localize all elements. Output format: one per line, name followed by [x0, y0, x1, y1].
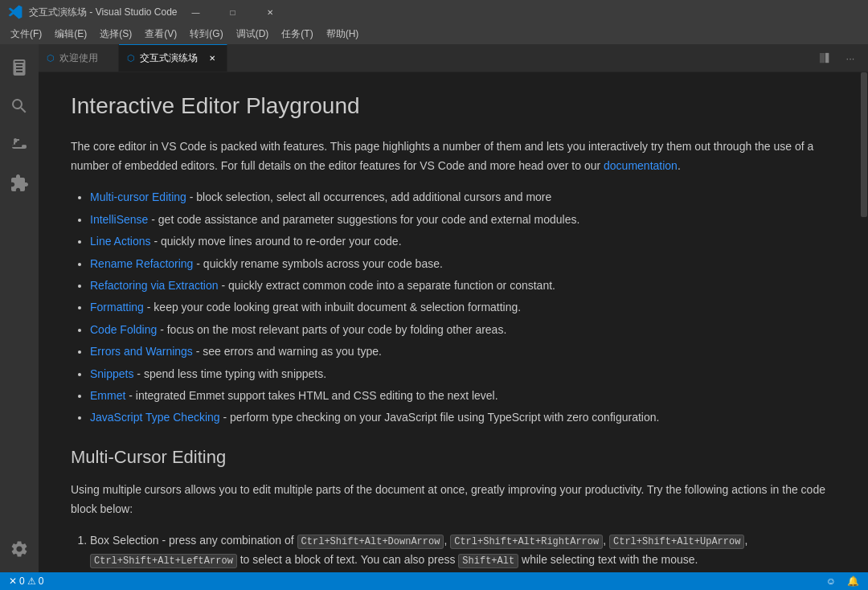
type-checking-link[interactable]: JavaScript Type Checking	[90, 411, 220, 424]
tab-playground-label: 交互式演练场	[140, 51, 198, 65]
activity-extensions[interactable]	[0, 164, 39, 203]
status-bar: ✕ 0 ⚠ 0 ☺ 🔔	[0, 572, 868, 590]
tab-welcome-label: 欢迎使用	[59, 51, 98, 65]
list-item: Line Actions - quickly move lines around…	[90, 232, 828, 250]
emmet-link[interactable]: Emmet	[90, 389, 125, 402]
menu-select[interactable]: 选择(S)	[93, 24, 138, 44]
menu-view[interactable]: 查看(V)	[138, 24, 183, 44]
multi-cursor-section-title: Multi-Cursor Editing	[71, 443, 828, 471]
minimize-button[interactable]: —	[178, 0, 215, 24]
activity-search[interactable]	[0, 87, 39, 125]
refactoring-link[interactable]: Refactoring via Extraction	[90, 279, 219, 292]
editor-area: ⬡ 欢迎使用 ⬡ 交互式演练场 ✕ ··· Interactive Editor…	[39, 44, 868, 572]
tab-welcome-icon: ⬡	[47, 53, 55, 64]
list-item: IntelliSense - get code assistance and p…	[90, 211, 828, 228]
tab-actions: ···	[813, 44, 868, 72]
warning-icon: ⚠	[27, 576, 36, 587]
list-item: Formatting - keep your code looking grea…	[90, 298, 828, 316]
notification-bell[interactable]: 🔔	[845, 576, 862, 587]
menu-file[interactable]: 文件(F)	[4, 24, 48, 44]
multi-cursor-link[interactable]: Multi-cursor Editing	[90, 191, 186, 203]
feature-list: Multi-cursor Editing - block selection, …	[71, 188, 828, 426]
activity-bar	[0, 44, 39, 572]
multi-cursor-desc: Using multiple cursors allows you to edi…	[71, 481, 828, 519]
list-item: Multi-cursor Editing - block selection, …	[90, 188, 828, 206]
status-left: ✕ 0 ⚠ 0	[6, 576, 46, 587]
menu-debug[interactable]: 调试(D)	[230, 24, 276, 44]
list-item: JavaScript Type Checking - perform type …	[90, 408, 828, 426]
documentation-link[interactable]: documentation	[604, 159, 678, 172]
menu-help[interactable]: 帮助(H)	[320, 24, 366, 44]
window-controls: — □ ✕	[178, 0, 289, 24]
page-title: Interactive Editor Playground	[71, 88, 828, 125]
scrollbar-thumb[interactable]	[861, 72, 867, 217]
more-actions-button[interactable]: ···	[839, 47, 862, 69]
list-item: Snippets - spend less time typing with s…	[90, 365, 828, 383]
close-button[interactable]: ✕	[252, 0, 289, 24]
error-icon: ✕	[9, 576, 17, 587]
list-item: Refactoring via Extraction - quickly ext…	[90, 277, 828, 294]
intellisense-link[interactable]: IntelliSense	[90, 213, 148, 226]
list-item: Code Folding - focus on the most relevan…	[90, 321, 828, 338]
intro-paragraph: The core editor in VS Code is packed wit…	[71, 137, 828, 176]
activity-explorer[interactable]	[0, 48, 39, 87]
editor-scrollbar[interactable]	[860, 72, 868, 572]
tab-playground-icon: ⬡	[127, 53, 135, 64]
code-folding-link[interactable]: Code Folding	[90, 323, 157, 336]
list-item: Emmet - integrated Emmet support takes H…	[90, 387, 828, 404]
rename-refactoring-link[interactable]: Rename Refactoring	[90, 257, 193, 270]
smiley-icon: ☺	[826, 576, 836, 587]
error-count[interactable]: ✕ 0 ⚠ 0	[6, 576, 46, 587]
title-text: 交互式演练场 - Visual Studio Code	[29, 6, 178, 19]
activity-settings[interactable]	[0, 530, 39, 568]
tab-close-button[interactable]: ✕	[206, 52, 219, 65]
snippets-link[interactable]: Snippets	[90, 367, 133, 380]
errors-warnings-link[interactable]: Errors and Warnings	[90, 345, 193, 358]
menu-bar: 文件(F) 编辑(E) 选择(S) 查看(V) 转到(G) 调试(D) 任务(T…	[0, 24, 868, 44]
menu-task[interactable]: 任务(T)	[275, 24, 319, 44]
line-actions-link[interactable]: Line Actions	[90, 235, 151, 248]
error-number: 0	[19, 576, 25, 587]
activity-source-control[interactable]	[0, 125, 39, 164]
warning-number: 0	[39, 576, 44, 587]
maximize-button[interactable]: □	[215, 0, 252, 24]
tab-playground[interactable]: ⬡ 交互式演练场 ✕	[119, 44, 227, 72]
editor-content[interactable]: Interactive Editor Playground The core e…	[39, 72, 860, 572]
list-item: Errors and Warnings - see errors and war…	[90, 342, 828, 360]
title-bar: 交互式演练场 - Visual Studio Code — □ ✕	[0, 0, 868, 24]
vscode-logo	[8, 5, 23, 19]
list-item: Rename Refactoring - quickly rename symb…	[90, 255, 828, 272]
smiley-button[interactable]: ☺	[824, 576, 838, 587]
menu-edit[interactable]: 编辑(E)	[48, 24, 93, 44]
split-editor-button[interactable]	[813, 47, 836, 69]
formatting-link[interactable]: Formatting	[90, 301, 144, 313]
steps-list: Box Selection - press any combination of…	[71, 531, 828, 572]
tab-bar: ⬡ 欢迎使用 ⬡ 交互式演练场 ✕ ···	[39, 44, 868, 72]
step-1: Box Selection - press any combination of…	[90, 531, 828, 570]
menu-goto[interactable]: 转到(G)	[183, 24, 229, 44]
status-right: ☺ 🔔	[824, 576, 862, 587]
tab-welcome[interactable]: ⬡ 欢迎使用	[39, 44, 119, 72]
bell-icon: 🔔	[847, 576, 859, 587]
